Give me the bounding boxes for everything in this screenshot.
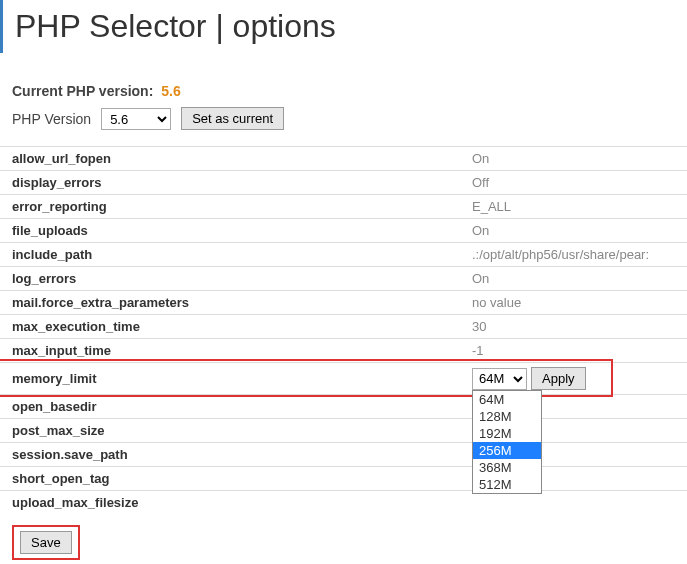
table-row: allow_url_fopenOn — [0, 147, 687, 171]
option-name: error_reporting — [0, 195, 460, 219]
dropdown-option[interactable]: 128M — [473, 408, 541, 425]
table-row: open_basedir — [0, 395, 687, 419]
current-version-value: 5.6 — [161, 83, 180, 99]
option-name: open_basedir — [0, 395, 460, 419]
apply-button[interactable]: Apply — [531, 367, 586, 390]
dropdown-option[interactable]: 192M — [473, 425, 541, 442]
option-name: display_errors — [0, 171, 460, 195]
set-as-current-button[interactable]: Set as current — [181, 107, 284, 130]
option-value: On — [460, 147, 687, 171]
option-name: memory_limit — [0, 363, 460, 395]
option-value: -1 — [460, 339, 687, 363]
page-title: PHP Selector | options — [0, 0, 687, 53]
option-name: upload_max_filesize — [0, 491, 460, 515]
option-name: file_uploads — [0, 219, 460, 243]
table-row: mail.force_extra_parametersno value — [0, 291, 687, 315]
table-row: short_open_tag — [0, 467, 687, 491]
save-button[interactable]: Save — [20, 531, 72, 554]
option-value: E_ALL — [460, 195, 687, 219]
option-name: allow_url_fopen — [0, 147, 460, 171]
option-name: post_max_size — [0, 419, 460, 443]
option-value: no value — [460, 291, 687, 315]
table-row: post_max_size — [0, 419, 687, 443]
dropdown-option[interactable]: 64M — [473, 391, 541, 408]
table-row: session.save_path — [0, 443, 687, 467]
table-row: include_path.:/opt/alt/php56/usr/share/p… — [0, 243, 687, 267]
table-row: upload_max_filesize — [0, 491, 687, 515]
table-row: max_input_time-1 — [0, 339, 687, 363]
option-name: short_open_tag — [0, 467, 460, 491]
dropdown-option[interactable]: 256M — [473, 442, 541, 459]
current-version-label: Current PHP version: — [12, 83, 153, 99]
php-version-label: PHP Version — [12, 111, 91, 127]
option-value: On — [460, 219, 687, 243]
option-name: max_execution_time — [0, 315, 460, 339]
options-table: allow_url_fopenOndisplay_errorsOfferror_… — [0, 146, 687, 515]
option-value: On — [460, 267, 687, 291]
option-name: mail.force_extra_parameters — [0, 291, 460, 315]
option-name: max_input_time — [0, 339, 460, 363]
table-row: log_errorsOn — [0, 267, 687, 291]
option-value — [460, 491, 687, 515]
memory-limit-dropdown[interactable]: 64M128M192M256M368M512M — [472, 390, 542, 494]
table-row: display_errorsOff — [0, 171, 687, 195]
table-row: max_execution_time30 — [0, 315, 687, 339]
option-name: session.save_path — [0, 443, 460, 467]
option-name: log_errors — [0, 267, 460, 291]
table-row-memory-limit: memory_limit64MApply — [0, 363, 687, 395]
table-row: file_uploadsOn — [0, 219, 687, 243]
table-row: error_reportingE_ALL — [0, 195, 687, 219]
option-value: .:/opt/alt/php56/usr/share/pear: — [460, 243, 687, 267]
option-value: Off — [460, 171, 687, 195]
memory-limit-select[interactable]: 64M — [472, 368, 527, 390]
option-name: include_path — [0, 243, 460, 267]
option-value: 30 — [460, 315, 687, 339]
dropdown-option[interactable]: 368M — [473, 459, 541, 476]
dropdown-option[interactable]: 512M — [473, 476, 541, 493]
php-version-select[interactable]: 5.6 — [101, 108, 171, 130]
save-highlight: Save — [12, 525, 80, 560]
